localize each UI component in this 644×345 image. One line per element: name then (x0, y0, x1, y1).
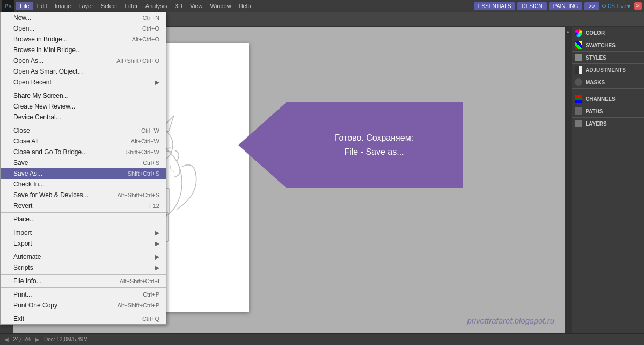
workspace-design[interactable]: DESIGN (517, 2, 546, 10)
panel-header-color[interactable]: COLOR (572, 27, 644, 39)
menu-item-check-in[interactable]: Check In... (1, 179, 166, 190)
menu-item-scripts-label: Scripts (13, 264, 33, 271)
menu-item-print-one[interactable]: Print One Copy Alt+Shift+Ctrl+P (1, 300, 166, 311)
paths-panel-label: PATHS (586, 109, 603, 114)
menu-layer[interactable]: Layer (75, 2, 97, 10)
menu-item-place[interactable]: Place... (1, 214, 166, 225)
menu-3d[interactable]: 3D (171, 2, 186, 10)
menu-analysis[interactable]: Analysis (142, 2, 171, 10)
menu-item-open[interactable]: Open... Ctrl+O (1, 23, 166, 34)
menu-item-open-label: Open... (13, 25, 34, 32)
menu-item-new[interactable]: New... Ctrl+N (1, 12, 166, 23)
arrow-graphic: Готово. Сохраняем:File - Save as... (238, 102, 463, 188)
panel-collapse-button[interactable]: « (565, 27, 572, 333)
menu-item-browse-mini-bridge-label: Browse in Mini Bridge... (13, 46, 81, 54)
menu-item-automate[interactable]: Automate ▶ (1, 251, 166, 262)
menu-item-close-all[interactable]: Close All Alt+Ctrl+W (1, 136, 166, 147)
menu-item-exit[interactable]: Exit Ctrl+Q (1, 313, 166, 324)
workspace-painting[interactable]: PAINTING (549, 2, 582, 10)
swatches-panel-label: SWATCHES (586, 42, 616, 48)
menu-item-save[interactable]: Save Ctrl+S (1, 157, 166, 168)
menu-help[interactable]: Help (235, 2, 255, 10)
window-close-button[interactable]: ✕ (634, 2, 642, 10)
adjustments-panel-label: ADJUSTMENTS (586, 67, 626, 73)
menu-filter[interactable]: Filter (121, 2, 141, 10)
menu-item-save-web[interactable]: Save for Web & Devices... Alt+Shift+Ctrl… (1, 190, 166, 200)
menu-image[interactable]: Image (51, 2, 75, 10)
menu-item-close-label: Close (13, 127, 30, 134)
styles-panel-icon (575, 54, 582, 61)
adjustments-panel-icon (575, 66, 582, 74)
panel-header-channels[interactable]: CHANNELS (572, 93, 644, 105)
workspace-more[interactable]: >> (584, 2, 599, 10)
menu-item-import[interactable]: Import ▶ (1, 227, 166, 238)
menu-item-new-review[interactable]: Create New Review... (1, 101, 166, 112)
separator-1 (1, 89, 166, 89)
menu-item-open-shortcut: Ctrl+O (142, 25, 159, 32)
menu-item-close-shortcut: Ctrl+W (141, 127, 159, 134)
menu-item-device-central[interactable]: Device Central... (1, 112, 166, 123)
color-panel-icon (575, 29, 582, 37)
panel-header-paths[interactable]: PATHS (572, 105, 644, 117)
menu-item-share-screen[interactable]: Share My Screen... (1, 90, 166, 101)
menu-view[interactable]: View (186, 2, 207, 10)
menu-item-open-smart-label: Open As Smart Object... (13, 68, 83, 75)
menu-item-file-info-label: File Info... (13, 277, 42, 285)
masks-panel-label: MASKS (586, 80, 605, 85)
menu-item-print-one-label: Print One Copy (13, 301, 57, 309)
menu-item-save-as[interactable]: Save As... Shift+Ctrl+S (1, 168, 166, 179)
menu-item-new-review-label: Create New Review... (13, 103, 75, 110)
panel-header-styles[interactable]: STYLES (572, 52, 644, 63)
swatches-panel-icon (575, 41, 582, 49)
menu-file[interactable]: File (16, 2, 33, 10)
masks-panel-icon (575, 78, 582, 86)
menu-item-print[interactable]: Print... Ctrl+P (1, 289, 166, 300)
panel-header-masks[interactable]: MASKS (572, 76, 644, 88)
menu-item-share-screen-label: Share My Screen... (13, 92, 69, 99)
menu-window[interactable]: Window (207, 2, 235, 10)
menu-item-export[interactable]: Export ▶ (1, 238, 166, 249)
menu-item-revert[interactable]: Revert F12 (1, 200, 166, 211)
panel-header-layers[interactable]: LAYERS (572, 118, 644, 130)
menu-item-save-web-shortcut: Alt+Shift+Ctrl+S (117, 192, 159, 198)
separator-8 (1, 312, 166, 312)
menu-select[interactable]: Select (97, 2, 121, 10)
menu-item-browse-bridge[interactable]: Browse in Bridge... Alt+Ctrl+O (1, 34, 166, 45)
channels-panel-label: CHANNELS (586, 96, 616, 102)
panel-header-swatches[interactable]: SWATCHES (572, 39, 644, 51)
menu-item-open-smart[interactable]: Open As Smart Object... (1, 66, 166, 77)
menu-item-open-recent-label: Open Recent (13, 78, 52, 86)
menu-item-close-bridge[interactable]: Close and Go To Bridge... Shift+Ctrl+W (1, 147, 166, 157)
workspace-controls: ESSENTIALS DESIGN PAINTING >> ⚙ CS Live … (474, 2, 642, 10)
menu-item-open-as[interactable]: Open As... Alt+Shift+Ctrl+O (1, 55, 166, 66)
scripts-arrow: ▶ (155, 264, 159, 271)
menu-item-save-shortcut: Ctrl+S (143, 160, 159, 166)
arrow-tip (238, 102, 287, 188)
panel-header-adjustments[interactable]: ADJUSTMENTS (572, 64, 644, 76)
menu-item-scripts[interactable]: Scripts ▶ (1, 262, 166, 273)
menu-item-file-info[interactable]: File Info... Alt+Shift+Ctrl+I (1, 276, 166, 286)
menu-item-check-in-label: Check In... (13, 181, 44, 188)
cs-live-label: CS Live (608, 3, 626, 9)
menu-item-close[interactable]: Close Ctrl+W (1, 125, 166, 136)
menu-item-file-info-shortcut: Alt+Shift+Ctrl+I (120, 278, 159, 284)
menu-item-new-shortcut: Ctrl+N (143, 15, 159, 21)
cs-live-icon: ⚙ (602, 3, 606, 9)
open-recent-arrow: ▶ (155, 78, 159, 86)
menu-item-import-label: Import (13, 229, 32, 236)
menu-edit[interactable]: Edit (33, 2, 51, 10)
menu-item-browse-bridge-label: Browse in Bridge... (13, 35, 68, 43)
status-nav-left[interactable]: ◀ (4, 336, 9, 342)
status-nav-right[interactable]: ▶ (35, 336, 40, 342)
ps-logo: Ps (2, 0, 14, 12)
workspace-essentials[interactable]: ESSENTIALS (474, 2, 516, 10)
menu-item-revert-shortcut: F12 (149, 203, 159, 209)
doc-info: Doc: 12,0M/5,49M (44, 336, 88, 342)
cs-live-btn[interactable]: ⚙ CS Live ▾ (602, 3, 630, 9)
cs-live-chevron: ▾ (627, 3, 630, 9)
menu-item-open-recent[interactable]: Open Recent ▶ (1, 77, 166, 88)
menu-item-save-label: Save (13, 159, 28, 167)
panel-group-masks: MASKS (572, 76, 644, 89)
menu-item-browse-mini-bridge[interactable]: Browse in Mini Bridge... (1, 45, 166, 55)
separator-2 (1, 124, 166, 124)
